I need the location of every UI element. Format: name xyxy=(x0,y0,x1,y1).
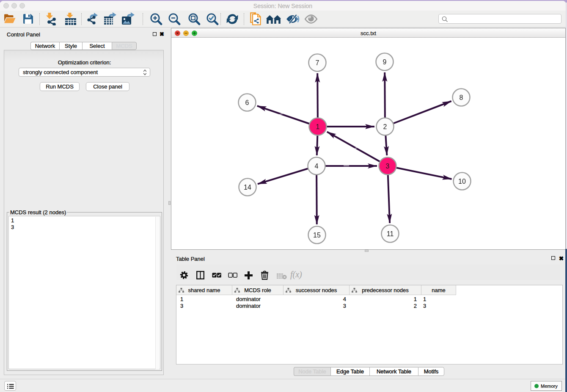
svg-text:2: 2 xyxy=(383,123,387,130)
svg-text:8: 8 xyxy=(460,94,463,101)
svg-text:7: 7 xyxy=(316,59,319,66)
svg-text:4: 4 xyxy=(315,163,319,170)
svg-text:14: 14 xyxy=(244,184,251,191)
svg-text:6: 6 xyxy=(245,99,249,106)
svg-text:11: 11 xyxy=(387,230,394,237)
svg-text:3: 3 xyxy=(386,163,390,170)
svg-text:9: 9 xyxy=(383,58,387,66)
svg-text:10: 10 xyxy=(458,178,466,185)
svg-text:1: 1 xyxy=(316,123,320,130)
svg-text:15: 15 xyxy=(313,232,321,239)
